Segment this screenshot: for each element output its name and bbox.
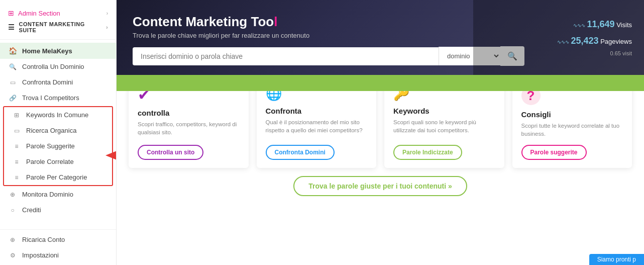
confronta-button[interactable]: Confronta Domini [266,145,335,160]
home-icon: 🏠 [8,47,17,55]
suite-chevron-icon: › [106,25,108,30]
sidebar-item-competitors[interactable]: 🔗 Trova I Competitors [0,90,116,106]
sidebar-item-competitors-label: Trova I Competitors [22,94,79,102]
sidebar-item-suggested-words[interactable]: ≡ Parole Suggerite [4,138,112,154]
consigli-desc: Scopri tutte le keyword correlate al tuo… [521,122,623,138]
admin-icon: ⊞ [8,9,14,17]
sidebar-footer: ⊕ Ricarica Conto ⚙ Impostazioni [0,229,116,265]
consigli-button[interactable]: Parole suggerite [521,145,587,160]
bottom-cta-row: Trova le parole giuste per i tuoi conten… [129,176,632,196]
sidebar-item-organic-search[interactable]: ▭ Ricerca Organica [4,123,112,138]
suite-icon: ☰ [8,23,15,31]
sidebar-item-home-label: Home MelaKeys [22,47,72,55]
controlla-desc: Scopri traffico, competitors, keyword di… [138,120,240,138]
consigli-title: Consigli [521,110,623,119]
sidebar-item-compare-domains[interactable]: ▭ Confronta Domini [0,74,116,90]
card-controlla: ✔ controlla Scopri traffico, competitors… [129,91,249,168]
sidebar-highlighted-group: ⊞ Keywords In Comune ▭ Ricerca Organica … [3,106,113,186]
sidebar-item-settings-label: Impostazioni [22,251,59,259]
admin-chevron-icon: › [106,11,108,16]
check-domain-icon: 🔍 [8,63,17,70]
cards-row: ✔ controlla Scopri traffico, competitors… [129,91,632,168]
correlated-words-icon: ≡ [12,158,21,165]
sidebar-suite[interactable]: ☰ CONTENT MARKETING SUITE › [8,19,108,35]
settings-icon: ⚙ [8,252,17,259]
sidebar-item-keywords-common-label: Keywords In Comune [26,111,88,119]
consigli-icon: ? [521,91,541,105]
keywords-common-icon: ⊞ [12,112,21,119]
bottom-cta-button[interactable]: Trova le parole giuste per i tuoi conten… [293,176,467,196]
sidebar-item-credits-label: Crediti [22,206,41,214]
category-words-icon: ≡ [12,174,21,181]
organic-search-icon: ▭ [12,127,21,134]
confronta-icon: 🌐 [266,91,368,102]
main-content: ∿∿∿ 11,649 Visits ∿∿∿ 25,423 Pageviews 0… [117,0,644,265]
keywords-desc: Scopri quali sono le keyword più utilizz… [393,118,495,138]
recharge-icon: ⊕ [8,236,17,243]
sidebar-admin-section[interactable]: ⊞ Admin Section › [8,7,108,19]
keywords-button[interactable]: Parole Indicizzate [393,145,462,160]
status-bar: Siamo pronti p [589,254,644,265]
card-confronta: 🌐 Confronta Qual è il posizionamento del… [257,91,377,168]
sidebar-item-correlated-words-label: Parole Correlate [26,158,74,165]
sidebar-item-organic-search-label: Ricerca Organica [26,127,76,134]
confronta-title: Confronta [266,107,368,115]
sidebar-item-monitor-domain[interactable]: ⊕ Monitora Dominio [0,187,116,202]
sidebar-item-suggested-words-label: Parole Suggerite [26,142,75,150]
sidebar-item-check-domain-label: Controlla Un Dominio [22,63,84,70]
sidebar-item-category-words[interactable]: ≡ Parole Per Categorie [4,169,112,185]
credits-icon: ○ [8,207,17,214]
monitor-domain-icon: ⊕ [8,191,17,198]
sidebar: ⊞ Admin Section › ☰ CONTENT MARKETING SU… [0,0,117,265]
green-band [117,75,644,91]
controlla-icon: ✔ [138,91,240,104]
hero-search-row: dominio parola chiave 🔍 [133,46,524,66]
suite-label: CONTENT MARKETING SUITE [19,21,102,33]
sidebar-nav: 🏠 Home MelaKeys 🔍 Controlla Un Dominio ▭… [0,40,116,229]
sidebar-item-correlated-words[interactable]: ≡ Parole Correlate [4,154,112,169]
search-input[interactable] [133,47,439,65]
card-keywords: 🔑 Keywords Scopri quali sono le keyword … [384,91,504,168]
keywords-title: Keywords [393,107,495,115]
admin-label: Admin Section [18,10,60,17]
cards-section: ✔ controlla Scopri traffico, competitors… [117,91,644,265]
sidebar-item-settings[interactable]: ⚙ Impostazioni [0,247,116,263]
sidebar-item-compare-domains-label: Confronta Domini [22,78,73,86]
sidebar-item-check-domain[interactable]: 🔍 Controlla Un Dominio [0,59,116,74]
sidebar-item-home[interactable]: 🏠 Home MelaKeys [0,43,116,59]
sidebar-item-recharge[interactable]: ⊕ Ricarica Conto [0,232,116,247]
controlla-button[interactable]: Controlla un sito [138,145,203,160]
controlla-title: controlla [138,109,240,117]
sidebar-item-recharge-label: Ricarica Conto [22,236,65,243]
sidebar-item-credits[interactable]: ○ Crediti [0,202,116,218]
card-consigli: ? Consigli Scopri tutte le keyword corre… [512,91,632,168]
sidebar-item-monitor-domain-label: Monitora Dominio [22,191,73,198]
hero-stat-visits: ∿∿∿ 11,649 Visits ∿∿∿ 25,423 Pageviews 0… [557,16,632,59]
compare-domains-icon: ▭ [8,79,17,86]
keywords-icon: 🔑 [393,91,495,102]
sidebar-item-keywords-common[interactable]: ⊞ Keywords In Comune [4,107,112,123]
sidebar-item-category-words-label: Parole Per Categorie [26,173,87,181]
sidebar-top: ⊞ Admin Section › ☰ CONTENT MARKETING SU… [0,0,116,40]
hero-overlay: ∿∿∿ 11,649 Visits ∿∿∿ 25,423 Pageviews 0… [473,0,644,75]
confronta-desc: Qual è il posizionamento del mio sito ri… [266,118,368,138]
competitors-icon: 🔗 [8,95,17,102]
hero-banner: ∿∿∿ 11,649 Visits ∿∿∿ 25,423 Pageviews 0… [117,0,644,75]
suggested-words-icon: ≡ [12,143,21,150]
